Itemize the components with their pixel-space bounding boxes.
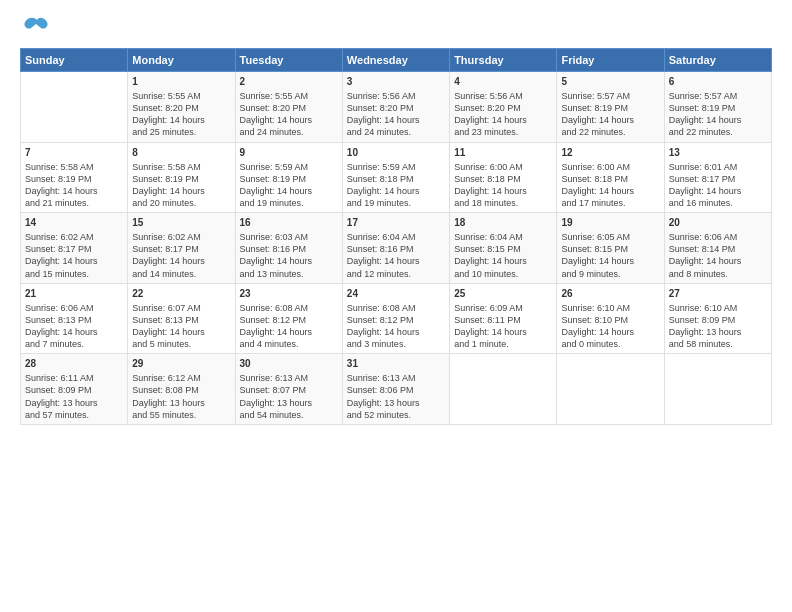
day-number: 8 bbox=[132, 146, 230, 160]
page: SundayMondayTuesdayWednesdayThursdayFrid… bbox=[0, 0, 792, 435]
day-content: Sunrise: 6:06 AM Sunset: 8:14 PM Dayligh… bbox=[669, 231, 767, 280]
calendar-cell: 13Sunrise: 6:01 AM Sunset: 8:17 PM Dayli… bbox=[664, 142, 771, 213]
col-header-sunday: Sunday bbox=[21, 49, 128, 72]
day-number: 11 bbox=[454, 146, 552, 160]
calendar-cell: 20Sunrise: 6:06 AM Sunset: 8:14 PM Dayli… bbox=[664, 213, 771, 284]
calendar-cell bbox=[664, 354, 771, 425]
day-content: Sunrise: 6:09 AM Sunset: 8:11 PM Dayligh… bbox=[454, 302, 552, 351]
day-number: 17 bbox=[347, 216, 445, 230]
col-header-tuesday: Tuesday bbox=[235, 49, 342, 72]
day-content: Sunrise: 6:00 AM Sunset: 8:18 PM Dayligh… bbox=[561, 161, 659, 210]
day-number: 18 bbox=[454, 216, 552, 230]
day-content: Sunrise: 5:56 AM Sunset: 8:20 PM Dayligh… bbox=[454, 90, 552, 139]
day-content: Sunrise: 6:10 AM Sunset: 8:09 PM Dayligh… bbox=[669, 302, 767, 351]
day-number: 9 bbox=[240, 146, 338, 160]
day-number: 16 bbox=[240, 216, 338, 230]
logo bbox=[20, 16, 51, 42]
calendar-cell: 24Sunrise: 6:08 AM Sunset: 8:12 PM Dayli… bbox=[342, 283, 449, 354]
calendar-cell: 27Sunrise: 6:10 AM Sunset: 8:09 PM Dayli… bbox=[664, 283, 771, 354]
day-number: 22 bbox=[132, 287, 230, 301]
day-content: Sunrise: 6:05 AM Sunset: 8:15 PM Dayligh… bbox=[561, 231, 659, 280]
week-row-4: 21Sunrise: 6:06 AM Sunset: 8:13 PM Dayli… bbox=[21, 283, 772, 354]
col-header-friday: Friday bbox=[557, 49, 664, 72]
calendar-cell: 28Sunrise: 6:11 AM Sunset: 8:09 PM Dayli… bbox=[21, 354, 128, 425]
day-content: Sunrise: 6:12 AM Sunset: 8:08 PM Dayligh… bbox=[132, 372, 230, 421]
day-content: Sunrise: 5:57 AM Sunset: 8:19 PM Dayligh… bbox=[561, 90, 659, 139]
calendar-cell bbox=[21, 72, 128, 143]
week-row-2: 7Sunrise: 5:58 AM Sunset: 8:19 PM Daylig… bbox=[21, 142, 772, 213]
day-content: Sunrise: 6:11 AM Sunset: 8:09 PM Dayligh… bbox=[25, 372, 123, 421]
calendar-cell: 21Sunrise: 6:06 AM Sunset: 8:13 PM Dayli… bbox=[21, 283, 128, 354]
week-row-5: 28Sunrise: 6:11 AM Sunset: 8:09 PM Dayli… bbox=[21, 354, 772, 425]
calendar-cell: 3Sunrise: 5:56 AM Sunset: 8:20 PM Daylig… bbox=[342, 72, 449, 143]
calendar-cell: 12Sunrise: 6:00 AM Sunset: 8:18 PM Dayli… bbox=[557, 142, 664, 213]
week-row-1: 1Sunrise: 5:55 AM Sunset: 8:20 PM Daylig… bbox=[21, 72, 772, 143]
day-number: 27 bbox=[669, 287, 767, 301]
day-content: Sunrise: 5:58 AM Sunset: 8:19 PM Dayligh… bbox=[25, 161, 123, 210]
day-number: 25 bbox=[454, 287, 552, 301]
calendar-cell: 6Sunrise: 5:57 AM Sunset: 8:19 PM Daylig… bbox=[664, 72, 771, 143]
logo-bird-icon bbox=[23, 16, 51, 42]
day-content: Sunrise: 5:55 AM Sunset: 8:20 PM Dayligh… bbox=[132, 90, 230, 139]
calendar-cell: 4Sunrise: 5:56 AM Sunset: 8:20 PM Daylig… bbox=[450, 72, 557, 143]
day-number: 5 bbox=[561, 75, 659, 89]
day-number: 12 bbox=[561, 146, 659, 160]
day-number: 7 bbox=[25, 146, 123, 160]
day-number: 3 bbox=[347, 75, 445, 89]
calendar-cell: 2Sunrise: 5:55 AM Sunset: 8:20 PM Daylig… bbox=[235, 72, 342, 143]
day-content: Sunrise: 5:59 AM Sunset: 8:19 PM Dayligh… bbox=[240, 161, 338, 210]
day-number: 2 bbox=[240, 75, 338, 89]
col-header-thursday: Thursday bbox=[450, 49, 557, 72]
calendar-cell: 30Sunrise: 6:13 AM Sunset: 8:07 PM Dayli… bbox=[235, 354, 342, 425]
day-content: Sunrise: 6:08 AM Sunset: 8:12 PM Dayligh… bbox=[240, 302, 338, 351]
calendar-cell: 7Sunrise: 5:58 AM Sunset: 8:19 PM Daylig… bbox=[21, 142, 128, 213]
col-header-saturday: Saturday bbox=[664, 49, 771, 72]
day-content: Sunrise: 6:13 AM Sunset: 8:07 PM Dayligh… bbox=[240, 372, 338, 421]
day-content: Sunrise: 5:58 AM Sunset: 8:19 PM Dayligh… bbox=[132, 161, 230, 210]
calendar-cell: 23Sunrise: 6:08 AM Sunset: 8:12 PM Dayli… bbox=[235, 283, 342, 354]
calendar-cell: 9Sunrise: 5:59 AM Sunset: 8:19 PM Daylig… bbox=[235, 142, 342, 213]
day-number: 4 bbox=[454, 75, 552, 89]
col-header-wednesday: Wednesday bbox=[342, 49, 449, 72]
day-number: 24 bbox=[347, 287, 445, 301]
calendar-cell: 17Sunrise: 6:04 AM Sunset: 8:16 PM Dayli… bbox=[342, 213, 449, 284]
calendar-cell bbox=[557, 354, 664, 425]
calendar-cell: 25Sunrise: 6:09 AM Sunset: 8:11 PM Dayli… bbox=[450, 283, 557, 354]
day-content: Sunrise: 6:10 AM Sunset: 8:10 PM Dayligh… bbox=[561, 302, 659, 351]
day-number: 29 bbox=[132, 357, 230, 371]
day-number: 15 bbox=[132, 216, 230, 230]
day-number: 21 bbox=[25, 287, 123, 301]
calendar-cell: 15Sunrise: 6:02 AM Sunset: 8:17 PM Dayli… bbox=[128, 213, 235, 284]
day-content: Sunrise: 6:06 AM Sunset: 8:13 PM Dayligh… bbox=[25, 302, 123, 351]
day-content: Sunrise: 6:07 AM Sunset: 8:13 PM Dayligh… bbox=[132, 302, 230, 351]
calendar-cell: 18Sunrise: 6:04 AM Sunset: 8:15 PM Dayli… bbox=[450, 213, 557, 284]
day-content: Sunrise: 6:04 AM Sunset: 8:15 PM Dayligh… bbox=[454, 231, 552, 280]
day-number: 6 bbox=[669, 75, 767, 89]
calendar-cell bbox=[450, 354, 557, 425]
day-content: Sunrise: 6:02 AM Sunset: 8:17 PM Dayligh… bbox=[25, 231, 123, 280]
day-content: Sunrise: 5:56 AM Sunset: 8:20 PM Dayligh… bbox=[347, 90, 445, 139]
calendar-cell: 19Sunrise: 6:05 AM Sunset: 8:15 PM Dayli… bbox=[557, 213, 664, 284]
day-number: 31 bbox=[347, 357, 445, 371]
day-content: Sunrise: 6:08 AM Sunset: 8:12 PM Dayligh… bbox=[347, 302, 445, 351]
calendar-cell: 8Sunrise: 5:58 AM Sunset: 8:19 PM Daylig… bbox=[128, 142, 235, 213]
week-row-3: 14Sunrise: 6:02 AM Sunset: 8:17 PM Dayli… bbox=[21, 213, 772, 284]
calendar-cell: 14Sunrise: 6:02 AM Sunset: 8:17 PM Dayli… bbox=[21, 213, 128, 284]
day-content: Sunrise: 6:04 AM Sunset: 8:16 PM Dayligh… bbox=[347, 231, 445, 280]
day-number: 30 bbox=[240, 357, 338, 371]
day-content: Sunrise: 6:01 AM Sunset: 8:17 PM Dayligh… bbox=[669, 161, 767, 210]
header-row: SundayMondayTuesdayWednesdayThursdayFrid… bbox=[21, 49, 772, 72]
day-number: 28 bbox=[25, 357, 123, 371]
calendar-cell: 11Sunrise: 6:00 AM Sunset: 8:18 PM Dayli… bbox=[450, 142, 557, 213]
day-content: Sunrise: 6:03 AM Sunset: 8:16 PM Dayligh… bbox=[240, 231, 338, 280]
calendar-cell: 26Sunrise: 6:10 AM Sunset: 8:10 PM Dayli… bbox=[557, 283, 664, 354]
day-content: Sunrise: 6:13 AM Sunset: 8:06 PM Dayligh… bbox=[347, 372, 445, 421]
day-number: 14 bbox=[25, 216, 123, 230]
day-number: 13 bbox=[669, 146, 767, 160]
calendar-cell: 5Sunrise: 5:57 AM Sunset: 8:19 PM Daylig… bbox=[557, 72, 664, 143]
calendar-cell: 1Sunrise: 5:55 AM Sunset: 8:20 PM Daylig… bbox=[128, 72, 235, 143]
day-content: Sunrise: 6:00 AM Sunset: 8:18 PM Dayligh… bbox=[454, 161, 552, 210]
calendar-cell: 22Sunrise: 6:07 AM Sunset: 8:13 PM Dayli… bbox=[128, 283, 235, 354]
calendar-cell: 31Sunrise: 6:13 AM Sunset: 8:06 PM Dayli… bbox=[342, 354, 449, 425]
day-number: 23 bbox=[240, 287, 338, 301]
